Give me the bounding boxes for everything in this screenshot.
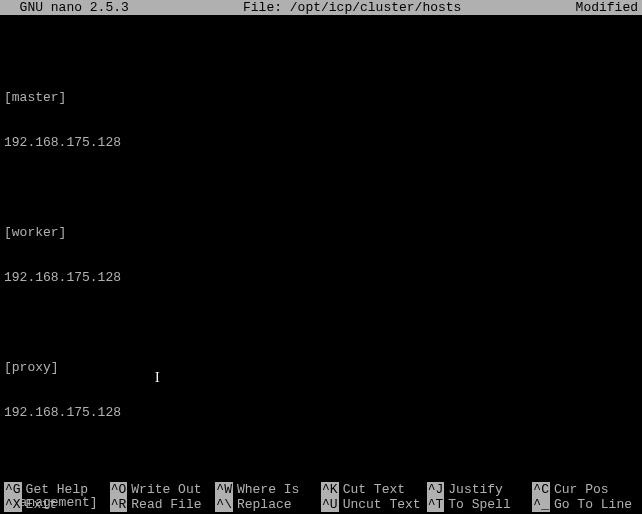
shortcut-bar: ^GGet Help ^OWrite Out ^WWhere Is ^KCut … xyxy=(0,482,642,514)
editor-line xyxy=(4,450,638,465)
titlebar: GNU nano 2.5.3 File: /opt/icp/cluster/ho… xyxy=(0,0,642,15)
text-cursor-icon: I xyxy=(155,370,160,385)
editor-line: [master] xyxy=(4,90,638,105)
editor-line: 192.168.175.128 xyxy=(4,405,638,420)
editor-line: 192.168.175.128 xyxy=(4,135,638,150)
shortcut-cut-text[interactable]: ^KCut Text xyxy=(321,482,427,497)
editor-line xyxy=(4,180,638,195)
shortcut-replace[interactable]: ^\Replace xyxy=(215,497,321,512)
editor-area[interactable]: [master] 192.168.175.128 [worker] 192.16… xyxy=(0,15,642,514)
shortcut-go-to-line[interactable]: ^_Go To Line xyxy=(532,497,638,512)
shortcut-row: ^GGet Help ^OWrite Out ^WWhere Is ^KCut … xyxy=(4,482,638,497)
editor-line xyxy=(4,45,638,60)
shortcut-uncut-text[interactable]: ^UUncut Text xyxy=(321,497,427,512)
shortcut-cur-pos[interactable]: ^CCur Pos xyxy=(532,482,638,497)
shortcut-to-spell[interactable]: ^TTo Spell xyxy=(427,497,533,512)
shortcut-justify[interactable]: ^JJustify xyxy=(427,482,533,497)
modified-status: Modified xyxy=(576,0,638,15)
editor-line: [worker] xyxy=(4,225,638,240)
shortcut-read-file[interactable]: ^RRead File xyxy=(110,497,216,512)
file-path: File: /opt/icp/cluster/hosts xyxy=(129,0,576,15)
editor-line xyxy=(4,315,638,330)
shortcut-get-help[interactable]: ^GGet Help xyxy=(4,482,110,497)
editor-line: [proxy] xyxy=(4,360,638,375)
shortcut-write-out[interactable]: ^OWrite Out xyxy=(110,482,216,497)
shortcut-where-is[interactable]: ^WWhere Is xyxy=(215,482,321,497)
editor-line: 192.168.175.128 xyxy=(4,270,638,285)
app-name: GNU nano 2.5.3 xyxy=(4,0,129,15)
shortcut-row: ^XExit ^RRead File ^\Replace ^UUncut Tex… xyxy=(4,497,638,512)
shortcut-exit[interactable]: ^XExit xyxy=(4,497,110,512)
